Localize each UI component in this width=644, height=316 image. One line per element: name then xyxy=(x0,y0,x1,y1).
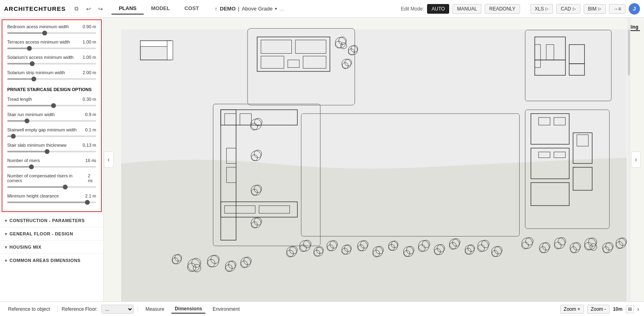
dimensions-button[interactable]: Dimensions xyxy=(171,305,205,314)
param-tread-length: Tread length 0.30 m xyxy=(7,97,96,106)
param-value: 0.30 m xyxy=(83,97,96,102)
tab-model[interactable]: MODEL xyxy=(144,3,177,15)
nav-arrow-right[interactable]: › xyxy=(631,152,641,168)
zoom-level-display: 10m xyxy=(613,306,623,312)
section-common-areas[interactable]: ▾ COMMON AREAS DIMENSIONS xyxy=(0,254,103,267)
param-label: Number of risers xyxy=(7,158,40,163)
project-more[interactable]: ... xyxy=(279,6,284,12)
param-value: 0.9 m xyxy=(85,112,96,117)
bim-export-button[interactable]: BIM ▷ xyxy=(584,4,606,14)
zoom-in-button[interactable]: Zoom + xyxy=(560,305,584,314)
param-min-height-clearance: Minimum height clearance 2.1 m xyxy=(7,193,96,203)
copy-icon[interactable]: ⧉ xyxy=(72,4,81,14)
measure-button[interactable]: Measure xyxy=(142,305,167,313)
canvas-area[interactable]: Split Trim — Plot Urban Environment Buil… xyxy=(104,18,644,301)
app-logo: ARCHITECHTURES xyxy=(4,5,66,12)
slider-stair-slab[interactable] xyxy=(7,151,96,152)
param-value: 0.90 m xyxy=(83,24,96,29)
param-label: Number of compensated risers in corners xyxy=(7,173,88,183)
edit-mode-readonly[interactable]: READONLY xyxy=(485,4,520,14)
xls-export-button[interactable]: XLS ▷ xyxy=(530,4,553,14)
section-label: CONSTRUCTION - PARAMETERS xyxy=(10,218,85,223)
main-area: Bedroom acess minimum width 0.90 m Terra… xyxy=(0,18,644,301)
bottom-right-controls: Zoom + Zoom - 10m ⊞ › xyxy=(560,305,639,314)
slider-stairwell-gap[interactable] xyxy=(7,135,96,137)
redo-icon[interactable]: ↪ xyxy=(96,4,105,14)
slider-tread[interactable] xyxy=(7,105,96,106)
param-section-main: Bedroom acess minimum width 0.90 m Terra… xyxy=(2,19,102,212)
main-nav-tabs: PLANS MODEL COST xyxy=(111,3,206,15)
nav-icon-group: ⧉ ↩ ↪ xyxy=(72,4,105,14)
floor-plan-canvas xyxy=(104,18,644,301)
sidebar: Bedroom acess minimum width 0.90 m Terra… xyxy=(0,18,104,301)
top-navigation: ARCHITECHTURES ⧉ ↩ ↪ PLANS MODEL COST ↑ … xyxy=(0,0,644,18)
slider-stair-run[interactable] xyxy=(7,120,96,122)
expand-icon[interactable]: › xyxy=(637,306,639,313)
slider-terraces[interactable] xyxy=(7,48,96,49)
param-bedroom-width: Bedroom acess minimum width 0.90 m xyxy=(7,24,96,34)
environment-button[interactable]: Environment xyxy=(209,305,243,313)
chevron-down-icon: ▾ xyxy=(5,245,7,249)
nav-arrow-left[interactable]: ‹ xyxy=(104,152,114,168)
section-label: HOUSING MIX xyxy=(10,245,41,249)
param-compensated-risers: Number of compensated risers in corners … xyxy=(7,173,96,188)
chevron-down-icon: ▾ xyxy=(5,258,7,263)
param-label: Solarium's access minimum width xyxy=(7,55,74,60)
grade-dropdown-icon[interactable]: ▾ xyxy=(275,6,277,11)
reference-object-button[interactable]: Reference to object xyxy=(5,305,53,313)
param-value: 1.00 m xyxy=(83,55,96,60)
section-label: COMMON AREAS DIMENSIONS xyxy=(10,258,81,263)
slider-bedroom[interactable] xyxy=(7,32,96,34)
bottom-divider-2 xyxy=(138,306,138,312)
cad-icon: ▷ xyxy=(573,6,576,11)
slider-height-clearance[interactable] xyxy=(7,202,96,203)
slider-compensated-risers[interactable] xyxy=(7,186,96,188)
section-general-floor[interactable]: ▾ GENERAL FLOOR - DESIGN xyxy=(0,227,103,240)
param-label: Minimum height clearance xyxy=(7,193,59,198)
param-solarium-strip: Solarium strip minimum width 2.00 m xyxy=(7,70,96,80)
param-label: Stair run minimum width xyxy=(7,112,55,117)
bim-icon: ▷ xyxy=(598,6,601,11)
slider-solarium-access[interactable] xyxy=(7,63,96,64)
param-label: Tread length xyxy=(7,97,32,102)
collapse-button[interactable]: ⊞ xyxy=(626,305,634,313)
reference-floor-select[interactable]: ... xyxy=(101,305,134,314)
param-value: 0.13 m xyxy=(83,143,96,148)
user-avatar[interactable]: J xyxy=(629,3,640,15)
param-label: Stair slab minimum thickneww xyxy=(7,143,66,148)
zoom-out-button[interactable]: Zoom - xyxy=(587,305,610,314)
project-grade: Above Grade xyxy=(242,6,273,12)
param-label: Stairwell empty gap minimum width xyxy=(7,127,76,132)
param-terraces-width: Terraces access minimum width 1.00 m xyxy=(7,40,96,49)
edit-mode-label: Edit Mode: xyxy=(401,6,424,12)
bim-label: BIM xyxy=(588,6,597,12)
svg-rect-147 xyxy=(628,29,630,75)
slider-solarium-strip[interactable] xyxy=(7,78,96,80)
nav-right-section: Edit Mode: AUTO MANUAL READONLY XLS ▷ CA… xyxy=(401,3,640,15)
chevron-down-icon: ▾ xyxy=(5,218,7,223)
slider-risers[interactable] xyxy=(7,166,96,168)
param-label: Bedroom acess minimum width xyxy=(7,24,69,29)
layers-button[interactable]: →≡ xyxy=(609,4,625,14)
section-housing-mix[interactable]: ▾ HOUSING MIX xyxy=(0,240,103,254)
xls-icon: ▷ xyxy=(545,6,549,11)
cad-export-button[interactable]: CAD ▷ xyxy=(556,4,580,14)
section-label: GENERAL FLOOR - DESIGN xyxy=(10,231,73,236)
svg-rect-3 xyxy=(140,41,171,46)
cad-label: CAD xyxy=(561,6,571,12)
edit-mode-auto[interactable]: AUTO xyxy=(427,4,449,14)
bottom-divider-1 xyxy=(57,306,58,312)
param-solarium-access: Solarium's access minimum width 1.00 m xyxy=(7,55,96,64)
tab-cost[interactable]: COST xyxy=(177,3,206,15)
svg-rect-4 xyxy=(167,41,173,60)
reference-floor-label: Reference Floor: xyxy=(62,306,97,312)
chevron-down-icon: ▾ xyxy=(5,232,7,236)
undo-icon[interactable]: ↩ xyxy=(84,4,93,14)
param-value: 2 ris xyxy=(88,173,96,183)
param-value: 0.1 m xyxy=(85,127,96,132)
section-construction[interactable]: ▾ CONSTRUCTION - PARAMETERS xyxy=(0,214,103,227)
project-selector[interactable]: ↑ DEMO | Above Grade ▾ ... xyxy=(215,6,284,12)
edit-mode-manual[interactable]: MANUAL xyxy=(452,4,481,14)
project-name: DEMO xyxy=(220,6,235,12)
tab-plans[interactable]: PLANS xyxy=(111,3,144,15)
